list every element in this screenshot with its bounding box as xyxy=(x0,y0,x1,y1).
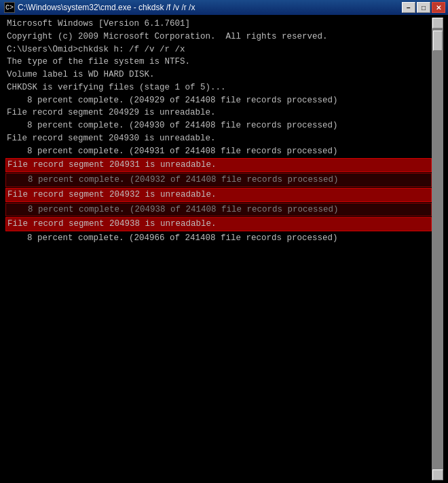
console-line: Microsoft Windows [Version 6.1.7601] xyxy=(5,18,432,31)
console-line: File record segment 204938 is unreadable… xyxy=(5,217,432,231)
close-button[interactable]: ✕ xyxy=(432,2,445,13)
title-bar-left: C> C:\Windows\system32\cmd.exe - chkdsk … xyxy=(4,2,195,13)
console-line: Volume label is WD HARD DISK. xyxy=(5,69,432,81)
console-line: File record segment 204930 is unreadable… xyxy=(5,132,432,145)
console-line: The type of the file system is NTFS. xyxy=(5,56,432,69)
scrollbar[interactable]: ▲ ▼ xyxy=(432,18,443,480)
console-line: File record segment 204931 is unreadable… xyxy=(5,158,432,172)
console-line: File record segment 204932 is unreadable… xyxy=(5,188,432,202)
console-output: Microsoft Windows [Version 6.1.7601]Copy… xyxy=(5,18,432,480)
console-line: 8 percent complete. (204930 of 241408 fi… xyxy=(5,119,432,132)
maximize-button[interactable]: □ xyxy=(417,2,430,13)
console-line: CHKDSK is verifying files (stage 1 of 5)… xyxy=(5,81,432,94)
title-bar: C> C:\Windows\system32\cmd.exe - chkdsk … xyxy=(0,0,448,15)
window-controls: − □ ✕ xyxy=(402,2,445,13)
console-line: C:\Users\Omid>chkdsk h: /f /v /r /x xyxy=(5,43,432,56)
scroll-thumb[interactable] xyxy=(433,31,443,51)
console-line: Copyright (c) 2009 Microsoft Corporation… xyxy=(5,31,432,43)
minimize-button[interactable]: − xyxy=(402,2,415,13)
console-line: 8 percent complete. (204932 of 241408 fi… xyxy=(5,173,432,187)
console-line: 8 percent complete. (204929 of 241408 fi… xyxy=(5,94,432,107)
scroll-track[interactable] xyxy=(432,28,443,469)
console-line: File record segment 204929 is unreadable… xyxy=(5,107,432,119)
cmd-icon: C> xyxy=(4,2,15,13)
window-title: C:\Windows\system32\cmd.exe - chkdsk /f … xyxy=(18,3,195,12)
console-area: Microsoft Windows [Version 6.1.7601]Copy… xyxy=(0,15,448,483)
window: C> C:\Windows\system32\cmd.exe - chkdsk … xyxy=(0,0,448,483)
console-line: 8 percent complete. (204931 of 241408 fi… xyxy=(5,145,432,158)
console-line: 8 percent complete. (204966 of 241408 fi… xyxy=(5,232,432,245)
console-line: 8 percent complete. (204938 of 241408 fi… xyxy=(5,203,432,217)
scroll-down-button[interactable]: ▼ xyxy=(432,469,443,480)
scroll-up-button[interactable]: ▲ xyxy=(432,18,443,28)
